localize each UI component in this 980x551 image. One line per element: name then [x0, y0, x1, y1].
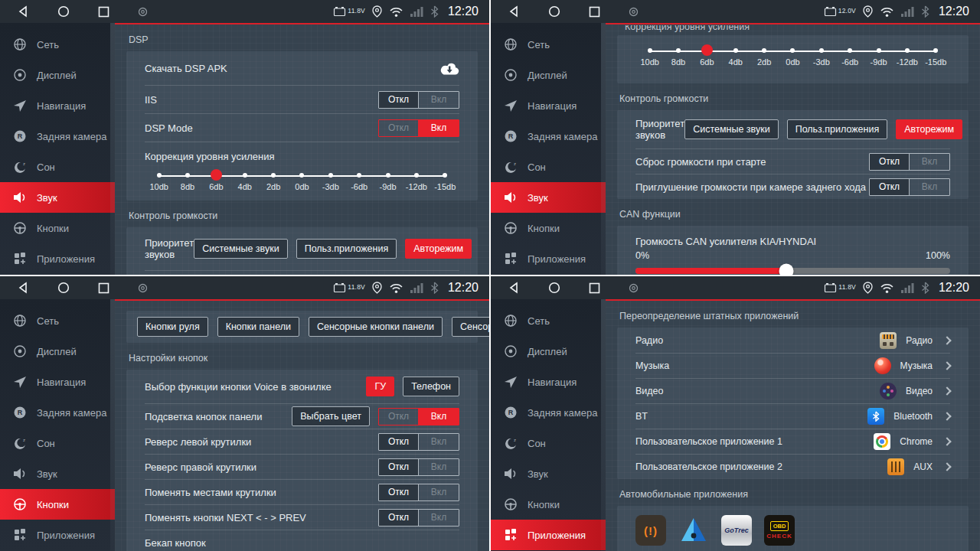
gain-dot[interactable] [299, 173, 304, 178]
sidebar-item-navigation[interactable]: Навигация [0, 367, 115, 397]
gain-slider[interactable]: 10db 8db 6db 4db 2db 0db -3db -6db -9db … [635, 45, 950, 67]
gain-dot[interactable] [762, 48, 766, 53]
auto-mode-button[interactable]: Авторежим [405, 239, 472, 259]
screenshot-icon[interactable] [138, 7, 148, 17]
gain-stop[interactable]: 2db [259, 170, 287, 191]
auto-mode-button[interactable]: Авторежим [896, 119, 962, 139]
toggle-off[interactable]: Откл [379, 459, 419, 475]
back-icon[interactable] [508, 282, 520, 294]
gain-dot[interactable] [414, 173, 419, 178]
toggle-on[interactable]: Вкл [419, 92, 459, 108]
dsp-mode-toggle[interactable]: ОтклВкл [378, 119, 459, 137]
gain-dot[interactable] [386, 173, 390, 178]
gain-stop[interactable]: -15db [922, 45, 950, 67]
toggle-on[interactable]: Вкл [419, 459, 459, 475]
can-slider-knob[interactable] [779, 264, 794, 276]
gain-dot[interactable] [185, 173, 190, 178]
reverse-left-knob-toggle[interactable]: ОтклВкл [378, 433, 459, 451]
sidebar-item-display[interactable]: Дисплей [491, 336, 606, 367]
sidebar-item-network[interactable]: Сеть [491, 29, 606, 60]
sidebar-item-display[interactable]: Дисплей [0, 60, 115, 90]
recents-icon[interactable] [589, 6, 600, 18]
user-apps-button[interactable]: Польз.приложения [296, 239, 397, 259]
toggle-off[interactable]: Откл [379, 484, 419, 500]
gain-dot[interactable] [877, 48, 881, 53]
toggle-on[interactable]: Вкл [419, 120, 459, 136]
gain-stop[interactable]: 4db [230, 170, 259, 191]
steering-buttons-tab[interactable]: Кнопки руля [137, 317, 208, 337]
recents-icon[interactable] [589, 282, 600, 294]
recents-icon[interactable] [98, 6, 109, 18]
home-icon[interactable] [57, 282, 70, 294]
toggle-off[interactable]: Откл [379, 92, 419, 108]
sidebar-item-buttons[interactable]: Кнопки [0, 489, 115, 520]
gain-dot[interactable] [648, 48, 652, 53]
gain-stop[interactable]: -15db [431, 170, 459, 191]
volume-reset-toggle[interactable]: ОтклВкл [869, 153, 950, 171]
sidebar-item-sleep[interactable]: zСон [491, 152, 606, 182]
custom-app-1-row[interactable]: Пользовательское приложение 1 Chrome [635, 429, 950, 454]
radio-remap-row[interactable]: Радио Радио [635, 328, 950, 353]
gain-stop[interactable]: -9db [374, 170, 402, 191]
gain-stop[interactable]: -6db [836, 45, 864, 67]
back-icon[interactable] [18, 5, 29, 18]
sidebar-item-sound[interactable]: Звук [491, 182, 606, 213]
system-sounds-button[interactable]: Системные звуки [194, 239, 288, 259]
back-icon[interactable] [18, 282, 29, 294]
sidebar-item-rear-camera[interactable]: RЗадняя камера [0, 121, 115, 152]
radio-app-selector[interactable]: Радио [880, 332, 950, 349]
gain-dot-selected[interactable] [211, 169, 222, 181]
sidebar-item-network[interactable]: Сеть [0, 29, 115, 60]
music-app-selector[interactable]: Музыка [874, 357, 950, 374]
gain-stop[interactable]: 10db [145, 170, 173, 191]
sidebar-item-buttons[interactable]: Кнопки [491, 489, 606, 520]
cloud-download-icon[interactable] [439, 61, 459, 76]
toggle-on[interactable]: Вкл [419, 484, 459, 500]
toggle-off[interactable]: Откл [379, 510, 419, 526]
sidebar-item-rear-camera[interactable]: RЗадняя камера [491, 121, 606, 152]
custom-app-1-selector[interactable]: Chrome [874, 433, 950, 450]
gain-stop[interactable]: -12db [893, 45, 921, 67]
sidebar-item-navigation[interactable]: Навигация [491, 367, 606, 397]
custom-app-2-row[interactable]: Пользовательское приложение 2 AUX [635, 454, 950, 479]
gain-stop[interactable]: 8db [173, 170, 201, 191]
home-icon[interactable] [57, 5, 70, 18]
sidebar-item-sleep[interactable]: zСон [0, 428, 115, 458]
custom-app-2-selector[interactable]: AUX [887, 458, 950, 475]
touch-panel-buttons-tab[interactable]: Сенсорные кнопки панели [309, 317, 443, 337]
gain-dot[interactable] [790, 48, 795, 53]
toggle-on[interactable]: Вкл [910, 154, 949, 170]
screenshot-icon[interactable] [629, 7, 639, 17]
toggle-off[interactable]: Откл [379, 409, 419, 425]
system-sounds-button[interactable]: Системные звуки [684, 119, 779, 139]
sidebar-item-apps[interactable]: Приложения [491, 520, 606, 550]
gain-dot[interactable] [933, 48, 938, 53]
bt-remap-row[interactable]: BT Bluetooth [635, 403, 950, 429]
sidebar-item-network[interactable]: Сеть [491, 305, 606, 336]
sidebar-item-sleep[interactable]: zСон [0, 152, 115, 182]
gain-stop-selected[interactable]: 6db [202, 170, 230, 191]
home-icon[interactable] [548, 282, 560, 294]
gain-stop[interactable]: -12db [402, 170, 430, 191]
gain-stop[interactable]: 10db [635, 45, 664, 67]
music-remap-row[interactable]: Музыка Музыка [635, 353, 950, 378]
gain-dot-selected[interactable] [701, 44, 713, 56]
gain-slider[interactable]: 10db 8db 6db 4db 2db 0db -3db -6db -9db … [145, 170, 459, 191]
buttons-backup-row[interactable]: Бекап кнопок [145, 530, 459, 551]
sidebar-item-apps[interactable]: Приложения [0, 520, 115, 550]
gain-dot[interactable] [848, 48, 852, 53]
can-volume-slider[interactable] [635, 268, 950, 274]
back-icon[interactable] [508, 5, 520, 18]
android-auto-app-icon[interactable] [678, 515, 709, 546]
sidebar-item-buttons[interactable]: Кнопки [0, 213, 115, 243]
sidebar-item-sound[interactable]: Звук [0, 458, 115, 489]
video-app-selector[interactable]: Видео [880, 383, 950, 399]
reverse-right-knob-toggle[interactable]: ОтклВкл [378, 458, 459, 476]
toggle-off[interactable]: Откл [870, 154, 910, 170]
gain-dot[interactable] [676, 48, 681, 53]
sidebar-item-sleep[interactable]: zСон [491, 428, 606, 458]
sidebar-item-apps[interactable]: Приложения [0, 243, 115, 274]
sidebar-item-display[interactable]: Дисплей [491, 60, 606, 90]
sidebar-item-buttons[interactable]: Кнопки [491, 213, 606, 243]
sidebar-item-navigation[interactable]: Навигация [491, 90, 606, 121]
